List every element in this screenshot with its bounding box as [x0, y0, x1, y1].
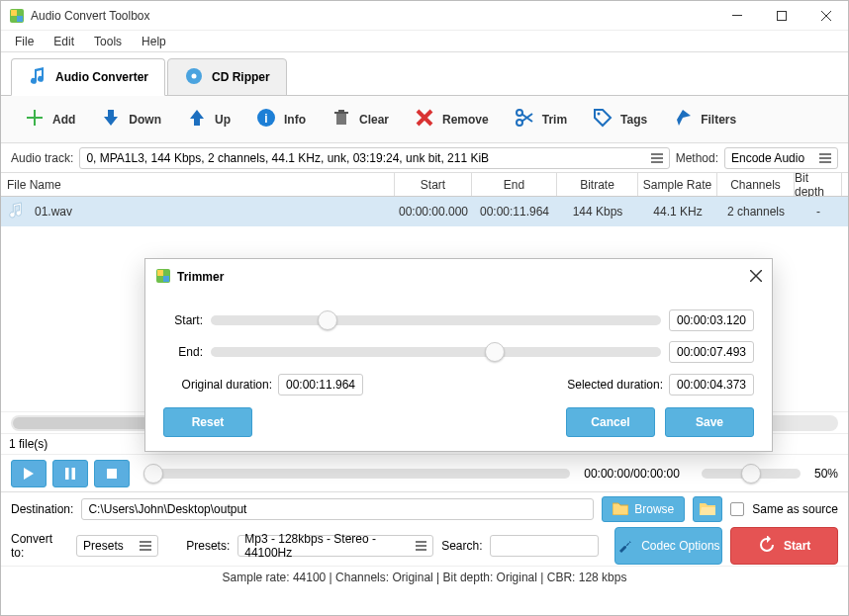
svg-rect-24	[107, 469, 117, 479]
up-label: Up	[215, 113, 231, 127]
end-slider[interactable]	[211, 347, 661, 357]
cell-start: 00:00:00.000	[395, 205, 472, 219]
remove-label: Remove	[442, 113, 489, 127]
th-end[interactable]: End	[472, 173, 557, 196]
th-samplerate[interactable]: Sample Rate	[638, 173, 717, 196]
player-time: 00:00:00/00:00:00	[584, 467, 680, 481]
same-as-source-checkbox[interactable]	[730, 502, 744, 516]
pause-button[interactable]	[52, 460, 88, 487]
down-button[interactable]: Down	[89, 100, 173, 139]
svg-rect-22	[65, 468, 69, 480]
burger-icon	[416, 541, 426, 551]
seek-slider[interactable]	[143, 469, 570, 479]
svg-rect-12	[336, 114, 346, 125]
codec-options-button[interactable]: Codec Options	[614, 527, 722, 565]
selected-duration-value: 00:00:04.373	[669, 374, 754, 396]
close-icon[interactable]	[750, 270, 762, 285]
search-label: Search:	[441, 539, 482, 553]
table-row[interactable]: 01.wav 00:00:00.000 00:00:11.964 144 Kbp…	[1, 197, 848, 226]
save-button[interactable]: Save	[665, 407, 754, 437]
reset-button[interactable]: Reset	[163, 407, 252, 437]
svg-rect-19	[163, 276, 169, 282]
th-bitrate[interactable]: Bitrate	[557, 173, 638, 196]
start-value: 00:00:03.120	[677, 313, 746, 327]
up-button[interactable]: Up	[175, 100, 242, 139]
cd-icon	[184, 66, 204, 89]
menu-tools[interactable]: Tools	[84, 33, 132, 50]
presets-select[interactable]: Mp3 - 128kbps - Stereo - 44100Hz	[237, 535, 433, 557]
presets-label: Presets:	[186, 539, 230, 553]
close-button[interactable]	[803, 1, 848, 31]
method-value: Encode Audio	[731, 151, 804, 165]
menu-help[interactable]: Help	[132, 33, 176, 50]
filters-button[interactable]: Filters	[661, 100, 748, 139]
add-label: Add	[52, 113, 75, 127]
slider-thumb[interactable]	[485, 342, 505, 362]
maximize-button[interactable]	[759, 1, 803, 31]
filters-label: Filters	[701, 113, 736, 127]
selected-duration-label: Selected duration:	[567, 378, 663, 392]
original-duration-label: Original duration:	[163, 378, 272, 392]
volume-slider[interactable]	[702, 469, 801, 479]
tab-cd-ripper[interactable]: CD Ripper	[167, 58, 287, 96]
audio-track-value: 0, MPA1L3, 144 Kbps, 2 channels, 44.1 KH…	[86, 151, 489, 165]
tags-button[interactable]: Tags	[581, 100, 659, 139]
th-start[interactable]: Start	[395, 173, 472, 196]
method-select[interactable]: Encode Audio	[724, 147, 838, 169]
toolbar: Add Down Up iInfo Clear Remove Trim Tags…	[1, 96, 848, 143]
cell-end: 00:00:11.964	[472, 205, 557, 219]
table-header: File Name Start End Bitrate Sample Rate …	[1, 173, 848, 197]
svg-rect-2	[17, 16, 23, 22]
start-button[interactable]: Start	[730, 527, 838, 565]
trim-button[interactable]: Trim	[503, 100, 579, 139]
end-time-input[interactable]: 00:00:07.493	[669, 341, 754, 363]
tags-label: Tags	[620, 113, 647, 127]
arrow-down-icon	[101, 108, 121, 131]
clear-button[interactable]: Clear	[320, 100, 401, 139]
slider-thumb[interactable]	[143, 464, 163, 484]
encoding-info: Sample rate: 44100 | Channels: Original …	[1, 566, 848, 587]
svg-rect-11	[334, 112, 348, 114]
folder-open-icon	[700, 501, 715, 518]
tabs-row: Audio Converter CD Ripper	[1, 54, 848, 96]
cancel-button[interactable]: Cancel	[566, 407, 655, 437]
slider-thumb[interactable]	[741, 464, 761, 484]
svg-rect-3	[732, 15, 742, 16]
burger-icon	[819, 153, 831, 163]
stop-button[interactable]	[94, 460, 130, 487]
tab-audio-converter[interactable]: Audio Converter	[11, 58, 165, 96]
svg-point-8	[192, 73, 197, 78]
destination-row: Destination: Browse Same as source	[1, 492, 848, 526]
trimmer-dialog: Trimmer Start: 00:00:03.120 End: 00:00:0…	[144, 258, 773, 452]
browse-button[interactable]: Browse	[602, 496, 685, 522]
svg-rect-18	[157, 270, 163, 276]
info-button[interactable]: iInfo	[244, 100, 318, 139]
tag-icon	[593, 108, 613, 131]
start-label: Start:	[163, 313, 203, 327]
player: 00:00:00/00:00:00 50%	[1, 455, 848, 492]
minimize-button[interactable]	[714, 1, 759, 31]
remove-button[interactable]: Remove	[403, 100, 501, 139]
slider-thumb[interactable]	[318, 310, 337, 330]
destination-input[interactable]	[81, 498, 594, 520]
end-value: 00:00:07.493	[677, 345, 746, 359]
open-folder-button[interactable]	[693, 496, 722, 522]
menu-file[interactable]: File	[5, 33, 44, 50]
clear-label: Clear	[359, 113, 389, 127]
add-button[interactable]: Add	[13, 100, 87, 139]
cell-samplerate: 44.1 KHz	[638, 205, 717, 219]
start-time-input[interactable]: 00:00:03.120	[669, 309, 754, 331]
th-channels[interactable]: Channels	[717, 173, 795, 196]
start-slider[interactable]	[211, 315, 661, 325]
x-icon	[415, 108, 434, 131]
wrench-icon	[617, 537, 633, 556]
th-filename[interactable]: File Name	[1, 173, 395, 196]
window-title: Audio Convert Toolbox	[31, 9, 714, 23]
trash-icon	[331, 108, 351, 131]
audio-track-select[interactable]: 0, MPA1L3, 144 Kbps, 2 channels, 44.1 KH…	[79, 147, 669, 169]
search-input[interactable]	[490, 535, 599, 557]
th-bitdepth[interactable]: Bit depth	[795, 173, 842, 196]
menu-edit[interactable]: Edit	[44, 33, 84, 50]
convert-to-select[interactable]: Presets	[76, 535, 158, 557]
play-button[interactable]	[11, 460, 47, 487]
